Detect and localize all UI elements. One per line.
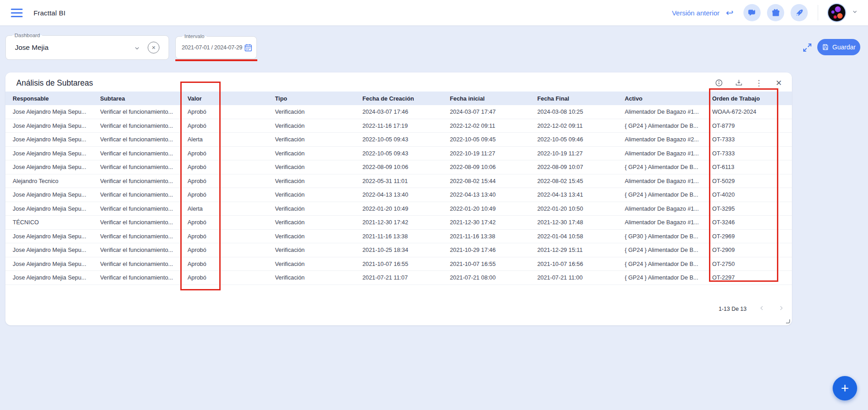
table-cell: 2022-10-05 09:43 (362, 136, 450, 143)
app-title: Fracttal BI (34, 9, 66, 17)
kebab-menu-icon[interactable]: ⋮ (754, 78, 764, 88)
table-row: Jose Alejandro Mejia Sepu...Verificar el… (5, 160, 792, 174)
interval-label: Intervalo (182, 33, 207, 39)
table-cell: Aprobó (188, 108, 275, 115)
table-row: Jose Alejandro Mejia Sepu...Verificar el… (5, 105, 792, 119)
save-button-label: Guardar (832, 43, 855, 51)
table-row: Jose Alejandro Mejia Sepu...Verificar el… (5, 188, 792, 202)
table-cell: OT-2297 (712, 274, 792, 281)
ai-chat-icon (748, 9, 757, 17)
annotation-interval-underline (175, 59, 257, 61)
info-icon[interactable] (714, 78, 724, 88)
table-row: TÉCNICOVerificar el funcionamiento...Apr… (5, 216, 792, 230)
table-row: Jose Alejandro Mejia Sepu...Verificar el… (5, 257, 792, 271)
table-cell: 2022-05-31 11:01 (362, 178, 450, 184)
table-cell: 2021-10-25 18:34 (362, 246, 450, 253)
column-header[interactable]: Orden de Trabajo (712, 95, 792, 102)
rocket-button[interactable] (791, 4, 808, 21)
table-cell: 2022-10-05 09:45 (450, 136, 537, 143)
table-cell: OT-2750 (712, 260, 792, 267)
fullscreen-icon[interactable] (802, 42, 813, 54)
table-cell: 2022-01-20 10:49 (362, 205, 450, 212)
column-header[interactable]: Fecha Final (537, 95, 625, 102)
save-button[interactable]: Guardar (817, 39, 860, 55)
table-cell: OT-7333 (712, 150, 792, 157)
table-cell: Alimentador De Bagazo #1... (625, 219, 712, 226)
column-header[interactable]: Fecha de Creación (362, 95, 450, 102)
table-cell: Aprobó (188, 219, 275, 226)
table-cell: Jose Alejandro Mejia Sepu... (13, 246, 100, 253)
table-cell: Aprobó (188, 274, 275, 281)
table-cell: Verificar el funcionamiento... (100, 219, 188, 226)
table-cell: Jose Alejandro Mejia Sepu... (13, 205, 100, 212)
close-icon[interactable]: ✕ (774, 78, 784, 88)
table-cell: 2022-12-02 09:11 (537, 122, 625, 129)
table-cell: Verificar el funcionamiento... (100, 178, 188, 184)
table-cell: 2024-03-08 10:25 (537, 108, 625, 115)
pagination-next-icon[interactable] (777, 304, 785, 313)
clear-icon[interactable]: ✕ (148, 42, 159, 53)
table-cell: Verificación (275, 233, 362, 240)
table-cell: OT-2969 (712, 233, 792, 240)
table-row: Jose Alejandro Mejia Sepu...Verificar el… (5, 202, 792, 216)
column-header[interactable]: Activo (625, 95, 712, 102)
table-cell: Verificación (275, 108, 362, 115)
table-cell: 2021-07-21 11:00 (537, 274, 625, 281)
table-cell: 2024-03-07 17:47 (450, 108, 537, 115)
chevron-down-icon[interactable] (134, 45, 140, 53)
table-cell: Jose Alejandro Mejia Sepu... (13, 136, 100, 143)
table-cell: Aprobó (188, 150, 275, 157)
table-cell: Verificar el funcionamiento... (100, 164, 188, 170)
table-cell: Verificación (275, 150, 362, 157)
table-cell: Alimentador De Bagazo #1... (625, 150, 712, 157)
resize-handle-icon[interactable] (786, 319, 790, 323)
avatar[interactable] (828, 4, 845, 21)
table-cell: Verificar el funcionamiento... (100, 136, 188, 143)
gift-button[interactable] (767, 4, 784, 21)
column-header[interactable]: Fecha inicial (450, 95, 537, 102)
menu-icon[interactable] (9, 7, 24, 19)
pagination-prev-icon[interactable] (758, 304, 766, 313)
ai-chat-button[interactable] (743, 4, 761, 21)
table-cell: 2021-12-30 17:48 (537, 219, 625, 226)
column-header[interactable]: Responsable (13, 95, 100, 102)
table-row: Jose Alejandro Mejia Sepu...Verificar el… (5, 230, 792, 244)
chevron-down-icon[interactable] (852, 9, 858, 17)
table-cell: Verificar el funcionamiento... (100, 246, 188, 253)
interval-input[interactable]: Intervalo 2021-07-01 / 2024-07-29 (175, 36, 257, 59)
table-cell: Verificación (275, 178, 362, 184)
table-cell: 2021-11-16 13:38 (362, 233, 450, 240)
table-cell: 2022-08-09 10:07 (537, 164, 625, 170)
calendar-icon[interactable] (244, 43, 253, 53)
undo-icon[interactable]: ↩ (726, 8, 733, 17)
table-cell: OT-4020 (712, 191, 792, 198)
column-header[interactable]: Tipo (275, 95, 362, 102)
dashboard-select[interactable]: Dashboard Jose Mejia ✕ (5, 35, 169, 60)
divider (818, 5, 818, 20)
table-cell: Verificar el funcionamiento... (100, 260, 188, 267)
table-cell: Aprobó (188, 191, 275, 198)
column-header[interactable]: Valor (188, 95, 275, 102)
download-icon[interactable] (734, 78, 744, 88)
top-app-bar: Fracttal BI Versión anterior ↩ (0, 0, 868, 25)
table-cell: Verificación (275, 246, 362, 253)
table-cell: 2021-07-21 08:00 (450, 274, 537, 281)
table-cell: 2022-11-16 17:19 (362, 122, 450, 129)
table-cell: 2022-01-04 10:58 (537, 233, 625, 240)
table-cell: { GP24 } Alimentador De B... (625, 274, 712, 281)
table-cell: Verificar el funcionamiento... (100, 205, 188, 212)
column-header[interactable]: Subtarea (100, 95, 188, 102)
table-row: Jose Alejandro Mejia Sepu...Verificar el… (5, 119, 792, 133)
add-button[interactable]: + (833, 376, 857, 400)
pagination-label: 1-13 De 13 (719, 306, 747, 312)
table-cell: 2022-01-20 10:49 (450, 205, 537, 212)
table-cell: Aprobó (188, 246, 275, 253)
table-cell: Aprobó (188, 260, 275, 267)
table-row: Jose Alejandro Mejia Sepu...Verificar el… (5, 243, 792, 257)
previous-version-link[interactable]: Versión anterior (672, 9, 719, 17)
table-cell: Alejandro Tecnico (13, 178, 100, 184)
table-cell: 2021-12-30 17:42 (450, 219, 537, 226)
table-cell: Jose Alejandro Mejia Sepu... (13, 274, 100, 281)
table-cell: 2021-12-30 17:42 (362, 219, 450, 226)
table-cell: OT-3246 (712, 219, 792, 226)
